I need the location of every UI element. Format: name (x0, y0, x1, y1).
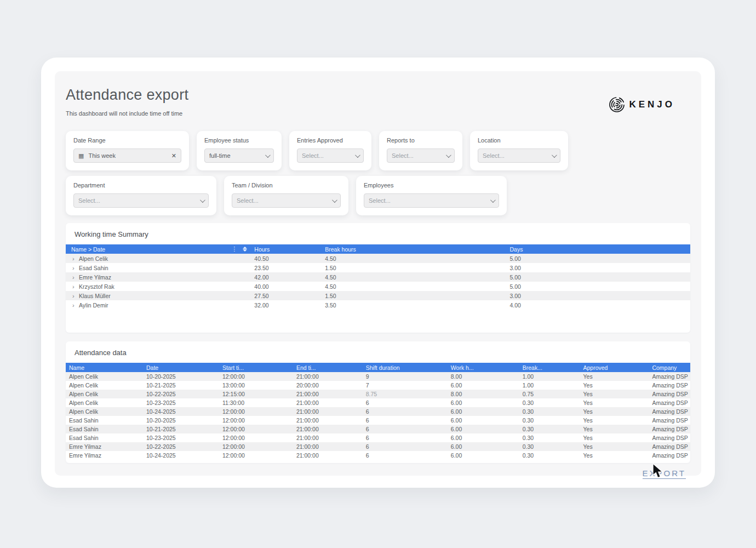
attendance-col-end[interactable]: End ti... (293, 363, 363, 372)
company-cell: Amazing DSP (649, 442, 690, 451)
work-hours-cell: 6.00 (448, 416, 519, 425)
summary-row[interactable]: ›Esad Sahin23.501.503.00 (66, 263, 690, 272)
shift-duration-cell: 7 (363, 381, 448, 390)
summary-table: Name > Date ⋮ Hours Break hours Days (66, 244, 690, 310)
days-cell: 3.00 (496, 291, 690, 300)
kebab-menu-icon[interactable]: ⋮ (231, 246, 237, 253)
filter-label-reports-to: Reports to (387, 137, 455, 144)
shift-duration-cell: 6 (363, 398, 448, 407)
break-hours-cell: 4.50 (319, 254, 496, 263)
filter-reports-to: Reports to Select... (379, 131, 462, 170)
name-cell: Emre Yilmaz (66, 442, 143, 451)
hours-cell: 27.50 (250, 291, 319, 300)
filter-row-2: Department Select... Team / Division Sel… (66, 176, 690, 215)
summary-col-hours[interactable]: Hours (250, 244, 319, 254)
summary-row[interactable]: ›Alpen Celik40.504.505.00 (66, 254, 690, 263)
end-time-cell: 21:00:00 (293, 372, 363, 381)
working-time-summary-section: Working time Summary Name > Date ⋮ (66, 223, 690, 333)
summary-col-days[interactable]: Days (496, 244, 690, 254)
start-time-cell: 12:00:00 (219, 372, 293, 381)
company-cell: Amazing DSP (649, 390, 690, 398)
attendance-table: Name Date Start ti... End ti... Shift du… (66, 363, 690, 460)
summary-table-body: ›Alpen Celik40.504.505.00›Esad Sahin23.5… (66, 254, 690, 310)
start-time-cell: 12:00:00 (219, 433, 293, 442)
attendance-col-start[interactable]: Start ti... (219, 363, 293, 372)
attendance-col-date[interactable]: Date (143, 363, 219, 372)
location-select[interactable]: Select... (478, 149, 560, 163)
employee-name: Aylin Demir (79, 302, 108, 309)
clear-icon[interactable]: ✕ (168, 152, 176, 159)
shift-duration-cell: 6 (363, 442, 448, 451)
attendance-col-name[interactable]: Name (66, 363, 143, 372)
break-hours-cell: 4.50 (319, 282, 496, 291)
hours-cell: 40.00 (250, 282, 319, 291)
summary-row[interactable]: ›Krzysztof Rak40.004.505.00 (66, 282, 690, 291)
summary-col-break-hours[interactable]: Break hours (319, 244, 496, 254)
team-division-select[interactable]: Select... (232, 193, 341, 208)
break-hours-cell: 1.50 (319, 291, 496, 300)
attendance-col-shift-duration[interactable]: Shift duration (363, 363, 448, 372)
employee-status-select[interactable]: full-time (204, 149, 274, 163)
break-cell: 0.30 (519, 398, 580, 407)
filter-label-employees: Employees (364, 182, 499, 189)
expand-chevron-icon[interactable]: › (71, 293, 79, 299)
chevron-down-icon (446, 152, 451, 158)
summary-name-cell: ›Esad Sahin (66, 263, 250, 272)
summary-row[interactable]: ›Klaus Müller27.501.503.00 (66, 291, 690, 300)
break-cell: 1.00 (519, 372, 580, 381)
work-hours-cell: 6.00 (448, 407, 519, 416)
start-time-cell: 12:00:00 (219, 425, 293, 433)
summary-title: Working time Summary (66, 223, 690, 244)
expand-chevron-icon[interactable]: › (71, 265, 79, 271)
start-time-cell: 12:00:00 (219, 416, 293, 425)
shift-duration-cell: 6 (363, 433, 448, 442)
kenjo-logo-icon (609, 96, 625, 113)
summary-col-name-date[interactable]: Name > Date ⋮ (66, 244, 250, 254)
chevron-down-icon (355, 152, 360, 158)
filter-label-location: Location (478, 137, 560, 144)
expand-chevron-icon[interactable]: › (71, 255, 79, 262)
date-cell: 10-23-2025 (143, 398, 219, 407)
name-cell: Alpen Celik (66, 381, 143, 390)
start-time-cell: 12:15:00 (219, 390, 293, 398)
date-cell: 10-22-2025 (143, 442, 219, 451)
employee-name: Alpen Celik (79, 255, 108, 262)
start-time-cell: 13:00:00 (219, 381, 293, 390)
days-cell: 4.00 (496, 300, 690, 310)
date-range-input[interactable]: ▦ This week ✕ (73, 149, 181, 163)
employees-select[interactable]: Select... (364, 193, 499, 208)
shift-duration-cell: 8.75 (363, 390, 448, 398)
break-cell: 0.30 (519, 407, 580, 416)
attendance-data-section: Attendance data Name Date Start ti... En… (66, 341, 690, 463)
attendance-col-approved[interactable]: Approved (580, 363, 649, 372)
select-value: Select... (78, 197, 200, 204)
export-row: EXPORT (66, 463, 690, 478)
attendance-col-company[interactable]: Company (649, 363, 690, 372)
company-cell: Amazing DSP (649, 433, 690, 442)
entries-approved-select[interactable]: Select... (297, 149, 364, 163)
attendance-header-row: Name Date Start ti... End ti... Shift du… (66, 363, 690, 372)
sort-icon[interactable] (243, 247, 247, 252)
attendance-col-break[interactable]: Break... (519, 363, 580, 372)
approved-cell: Yes (580, 425, 649, 433)
end-time-cell: 21:00:00 (293, 398, 363, 407)
summary-row[interactable]: ›Emre Yilmaz42.004.505.00 (66, 272, 690, 282)
filter-row-1: Date Range ▦ This week ✕ Employee status… (66, 131, 690, 170)
expand-chevron-icon[interactable]: › (71, 302, 79, 309)
export-button[interactable]: EXPORT (643, 469, 686, 479)
reports-to-select[interactable]: Select... (387, 149, 455, 163)
chevron-down-icon (200, 197, 205, 203)
expand-chevron-icon[interactable]: › (71, 283, 79, 290)
attendance-row: Emre Yilmaz10-24-202512:00:0021:00:0066.… (66, 451, 690, 460)
hours-cell: 40.50 (250, 254, 319, 263)
name-cell: Alpen Celik (66, 407, 143, 416)
expand-chevron-icon[interactable]: › (71, 274, 79, 281)
department-select[interactable]: Select... (73, 193, 209, 208)
attendance-col-work-hours[interactable]: Work h... (448, 363, 519, 372)
summary-row[interactable]: ›Aylin Demir32.003.504.00 (66, 300, 690, 310)
approved-cell: Yes (580, 398, 649, 407)
name-cell: Alpen Celik (66, 372, 143, 381)
calendar-icon: ▦ (78, 152, 84, 159)
work-hours-cell: 6.00 (448, 451, 519, 460)
attendance-row: Alpen Celik10-23-202511:30:0021:00:0066.… (66, 398, 690, 407)
